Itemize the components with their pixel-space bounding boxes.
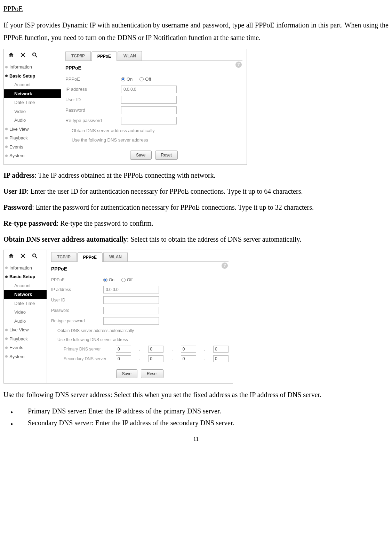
row-retype: Re-type password: [65, 115, 242, 126]
def-retype-label: Re-type password: [3, 219, 57, 227]
tab-wlan[interactable]: WLAN: [103, 252, 128, 261]
bullet-secondary: Secondary DNS server: Enter the IP addre…: [3, 418, 389, 428]
nav-date-time[interactable]: Date Time: [4, 299, 47, 308]
def-userid-label: User ID: [3, 187, 27, 195]
input-ip[interactable]: [121, 86, 177, 93]
primary-dns-octet-2[interactable]: [148, 346, 163, 353]
nav-audio[interactable]: Audio: [4, 317, 47, 326]
secondary-dns-octet-4[interactable]: [213, 355, 229, 362]
radio-dns-auto[interactable]: Obtain DNS server address automatically: [51, 326, 229, 335]
search-icon[interactable]: [31, 252, 39, 260]
home-icon[interactable]: [7, 51, 15, 59]
nav-video[interactable]: Video: [4, 308, 47, 317]
save-button[interactable]: Save: [130, 151, 151, 160]
def-password: Password: Enter the password for authent…: [3, 202, 389, 213]
row-userid: User ID: [65, 95, 242, 105]
input-ip[interactable]: [103, 286, 159, 293]
radio-off[interactable]: Off: [121, 277, 133, 283]
label-password: Password: [51, 307, 103, 314]
row-pppoe-toggle: PPPoE On Off: [51, 275, 229, 284]
dns-sub-panel: Primary DNS server . . . Secondary DNS s…: [51, 344, 229, 364]
panel-title: PPPoE: [65, 64, 242, 72]
def-obtain-dns: Obtain DNS server address automatically:…: [3, 234, 389, 245]
row-ip: IP address: [65, 84, 242, 95]
save-button[interactable]: Save: [116, 369, 137, 378]
content-panel: TCP/IP PPPoE WLAN ? PPPoE PPPoE On Off I…: [47, 250, 233, 383]
tools-icon[interactable]: [19, 252, 27, 260]
reset-button[interactable]: Reset: [155, 151, 178, 160]
input-userid[interactable]: [103, 296, 159, 304]
reset-button[interactable]: Reset: [141, 369, 163, 378]
tab-tcpip[interactable]: TCP/IP: [65, 51, 91, 61]
label-pppoe: PPPoE: [51, 277, 103, 283]
dot-sep: .: [138, 356, 141, 362]
radio-off[interactable]: Off: [139, 76, 151, 83]
row-ip: IP address: [51, 284, 229, 295]
def-ip-label: IP address: [3, 171, 34, 179]
nav-system[interactable]: System: [4, 352, 47, 361]
radio-dns-auto[interactable]: Obtain DNS server address automatically: [65, 126, 242, 136]
toolbar: [4, 250, 47, 262]
help-icon[interactable]: ?: [235, 62, 242, 68]
nav-account[interactable]: Account: [4, 80, 61, 89]
tools-icon[interactable]: [19, 51, 27, 59]
home-icon[interactable]: [7, 252, 15, 260]
radio-on[interactable]: On: [121, 76, 133, 83]
svg-point-0: [33, 53, 36, 56]
nav-basic-setup[interactable]: Basic Setup: [4, 72, 61, 81]
radio-dns-manual[interactable]: Use the following DNS server address: [51, 335, 229, 344]
intro-paragraph: If your ISP provides Dynamic IP with aut…: [3, 19, 389, 44]
help-icon[interactable]: ?: [222, 263, 228, 269]
label-password: Password: [65, 107, 121, 114]
tab-pppoe[interactable]: PPPoE: [77, 252, 103, 262]
bullet-primary-text: Primary DNS server: Enter the IP address…: [28, 406, 221, 416]
input-retype[interactable]: [103, 317, 159, 325]
input-password[interactable]: [103, 307, 159, 314]
input-userid[interactable]: [121, 96, 177, 104]
label-userid: User ID: [51, 297, 103, 303]
nav-audio[interactable]: Audio: [4, 116, 61, 125]
label-secondary-dns: Secondary DNS server: [64, 356, 116, 362]
radio-off-label: Off: [145, 76, 151, 83]
primary-dns-octet-4[interactable]: [213, 346, 229, 353]
svg-line-1: [35, 56, 37, 57]
tab-wlan[interactable]: WLAN: [118, 51, 142, 61]
label-primary-dns: Primary DNS server: [64, 346, 116, 352]
nav-live-view[interactable]: Live View: [4, 125, 61, 134]
nav-playback[interactable]: Playback: [4, 335, 47, 344]
def-ip-text: : The IP address obtained at the PPPoE c…: [34, 171, 215, 179]
def-password-text: : Enter the password for authentication …: [32, 203, 314, 211]
nav-video[interactable]: Video: [4, 107, 61, 116]
radio-dns-manual[interactable]: Use the following DNS server address: [65, 135, 242, 145]
bullet-primary: Primary DNS server: Enter the IP address…: [3, 406, 389, 416]
nav-playback[interactable]: Playback: [4, 134, 61, 143]
nav-information[interactable]: Information: [4, 63, 61, 72]
section-heading: PPPoE: [3, 3, 389, 14]
nav-live-view[interactable]: Live View: [4, 325, 47, 335]
nav-account[interactable]: Account: [4, 281, 47, 290]
radio-on-label: On: [127, 76, 133, 83]
nav-network[interactable]: Network: [4, 89, 61, 98]
primary-dns-octet-1[interactable]: [116, 346, 131, 353]
input-retype[interactable]: [121, 117, 177, 124]
nav-system[interactable]: System: [4, 151, 61, 160]
search-icon[interactable]: [31, 51, 39, 59]
nav-date-time[interactable]: Date Time: [4, 98, 61, 107]
nav-basic-setup[interactable]: Basic Setup: [4, 272, 47, 281]
radio-on[interactable]: On: [103, 277, 114, 283]
nav-events[interactable]: Events: [4, 343, 47, 352]
tab-pppoe[interactable]: PPPoE: [91, 51, 117, 61]
tabs: TCP/IP PPPoE WLAN: [51, 252, 229, 262]
primary-dns-octet-3[interactable]: [181, 346, 196, 353]
input-password[interactable]: [121, 106, 177, 114]
tab-tcpip[interactable]: TCP/IP: [51, 252, 77, 261]
secondary-dns-octet-3[interactable]: [181, 355, 196, 362]
nav-information[interactable]: Information: [4, 264, 47, 273]
nav-events[interactable]: Events: [4, 143, 61, 152]
secondary-dns-octet-1[interactable]: [116, 355, 131, 362]
nav-network[interactable]: Network: [4, 290, 47, 299]
def-password-label: Password: [3, 203, 32, 211]
label-retype: Re-type password: [51, 318, 103, 324]
secondary-dns-octet-2[interactable]: [148, 355, 163, 362]
dot-sep: .: [170, 346, 174, 352]
